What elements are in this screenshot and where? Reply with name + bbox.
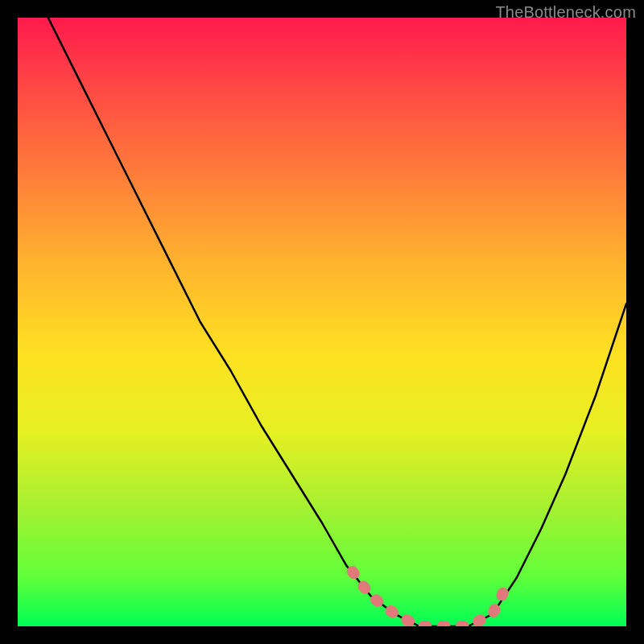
chart-frame: TheBottleneck.com — [0, 0, 644, 644]
watermark-text: TheBottleneck.com — [495, 3, 636, 22]
plot-area — [18, 18, 626, 626]
